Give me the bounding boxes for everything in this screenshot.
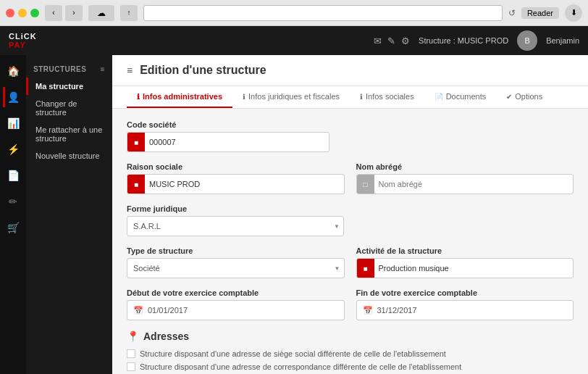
activite-input-wrapper: ■ (356, 258, 574, 278)
close-button[interactable] (6, 9, 14, 17)
sidebar-item-me-rattacher[interactable]: Me rattacher à une structure (26, 121, 112, 147)
sidebar-item-nouvelle-structure[interactable]: Nouvelle structure (26, 147, 112, 165)
fin-exercice-label: Fin de votre exercice comptable (356, 288, 574, 297)
maximize-button[interactable] (30, 9, 39, 17)
header-right: ✉ ✎ ⚙ Structure : MUSIC PROD B Benjamin (374, 30, 579, 51)
user-name: Benjamin (546, 36, 579, 45)
raison-sociale-group: Raison sociale ■ (127, 162, 345, 194)
section-label: STRUCTURES (33, 65, 86, 73)
back-button[interactable]: ‹ (45, 5, 62, 21)
tab-infos-juridiques[interactable]: ℹ Infos juridiques et fiscales (232, 86, 350, 108)
tab-sociale-label: Infos sociales (366, 92, 414, 101)
nav-buttons: ‹ › (45, 5, 83, 21)
logo-click: CLiCK (9, 32, 37, 41)
checkbox-siege-social[interactable] (127, 349, 135, 358)
mail-icon[interactable]: ✉ (374, 36, 382, 46)
exercice-row: Début de votre exercice comptable 📅 01/0… (127, 288, 574, 320)
code-societe-icon: ■ (127, 133, 145, 151)
tab-admin-icon: ℹ (137, 93, 140, 101)
type-structure-group: Type de structure Société ▼ (127, 246, 345, 278)
activite-input[interactable] (374, 264, 574, 273)
header-icons: ✉ ✎ ⚙ (374, 36, 410, 46)
sidebar-nav-charts[interactable]: 📊 (3, 113, 23, 133)
type-structure-select[interactable]: Société (127, 258, 345, 278)
tab-options-label: Options (515, 92, 542, 101)
sidebar-nav-cart[interactable]: 🛒 (3, 217, 23, 238)
share-button[interactable]: ↑ (120, 5, 138, 21)
sidebar: 🏠 👤 📊 ⚡ 📄 ✏ 🛒 STRUCTURES ≡ Ma structure … (0, 55, 112, 374)
tab-docs-icon: 📄 (434, 93, 443, 101)
address-header: 📍 Adresses (127, 331, 574, 342)
form-content: Code société ■ Raison sociale ■ (112, 109, 588, 374)
activite-group: Activité de la structure ■ (356, 246, 574, 278)
user-avatar[interactable]: B (517, 30, 537, 51)
content-area: ≡ Edition d'une structure ℹ Infos admini… (112, 55, 588, 374)
type-structure-select-wrapper: Société ▼ (127, 258, 345, 278)
edit-icon[interactable]: ✎ (387, 36, 395, 46)
tab-docs-label: Documents (446, 92, 487, 101)
tab-infos-sociales[interactable]: ℹ Infos sociales (350, 86, 424, 108)
sidebar-content: 🏠 👤 📊 ⚡ 📄 ✏ 🛒 STRUCTURES ≡ Ma structure … (0, 55, 112, 374)
nom-abrege-icon: □ (357, 175, 374, 194)
raison-nom-row: Raison sociale ■ Nom abrégé □ (127, 162, 574, 194)
code-societe-input[interactable] (145, 138, 329, 146)
structure-label: Structure : MUSIC PROD (419, 36, 508, 45)
tab-infos-admin[interactable]: ℹ Infos administratives (127, 86, 232, 108)
browser-chrome: ‹ › ☁ ↑ ↺ Reader ⬇ (0, 0, 588, 26)
cloud-button[interactable]: ☁ (88, 5, 114, 21)
sidebar-nav-docs[interactable]: 📄 (3, 165, 23, 186)
fin-exercice-value: 31/12/2017 (377, 306, 417, 315)
raison-sociale-label: Raison sociale (127, 162, 345, 171)
activite-label: Activité de la structure (356, 246, 574, 255)
settings-icon[interactable]: ⚙ (401, 36, 410, 46)
sidebar-nav-edit[interactable]: ✏ (3, 191, 23, 212)
raison-sociale-icon: ■ (127, 175, 145, 194)
minimize-button[interactable] (18, 9, 27, 17)
app-logo: CLiCK PAY (9, 32, 37, 49)
menu-icon[interactable]: ≡ (101, 65, 105, 73)
code-societe-input-wrapper: ■ (127, 132, 329, 152)
sidebar-item-changer-structure[interactable]: Changer de structure (26, 95, 112, 121)
nom-abrege-label: Nom abrégé (356, 162, 574, 171)
checkbox-correspondance[interactable] (127, 362, 135, 371)
fin-calendar-icon: 📅 (363, 306, 373, 315)
hamburger-icon[interactable]: ≡ (127, 65, 133, 76)
tabs-bar: ℹ Infos administratives ℹ Infos juridiqu… (112, 86, 588, 109)
debut-calendar-icon: 📅 (133, 306, 143, 315)
fin-exercice-group: Fin de votre exercice comptable 📅 31/12/… (356, 288, 574, 320)
page-header: ≡ Edition d'une structure (112, 55, 588, 86)
address-checkbox-row-1: Structure disposant d'une adresse de siè… (127, 349, 574, 358)
forme-juridique-select[interactable]: S.A.R.L (127, 216, 344, 236)
traffic-lights (6, 9, 39, 17)
sidebar-nav-home[interactable]: 🏠 (3, 61, 23, 81)
reload-button[interactable]: ↺ (508, 8, 516, 18)
tab-options[interactable]: ✔ Options (496, 86, 553, 108)
debut-exercice-group: Début de votre exercice comptable 📅 01/0… (127, 288, 345, 320)
debut-exercice-value: 01/01/2017 (148, 306, 188, 315)
forme-juridique-label: Forme juridique (127, 204, 344, 213)
nom-abrege-input[interactable] (374, 180, 574, 188)
tab-juridique-icon: ℹ (243, 93, 245, 101)
sidebar-nav-users[interactable]: 👤 (3, 87, 23, 107)
tab-options-icon: ✔ (506, 93, 512, 101)
sidebar-section-header: STRUCTURES ≡ (26, 61, 112, 78)
tab-admin-label: Infos administratives (143, 92, 222, 101)
sidebar-item-ma-structure[interactable]: Ma structure (26, 78, 112, 95)
sidebar-menu: STRUCTURES ≡ Ma structure Changer de str… (26, 55, 112, 374)
nom-abrege-input-wrapper: □ (356, 174, 574, 194)
fin-exercice-input-wrapper[interactable]: 📅 31/12/2017 (356, 300, 574, 320)
downloads-button[interactable]: ⬇ (565, 4, 582, 22)
forward-button[interactable]: › (65, 5, 83, 21)
debut-exercice-input-wrapper[interactable]: 📅 01/01/2017 (127, 300, 345, 320)
main-layout: 🏠 👤 📊 ⚡ 📄 ✏ 🛒 STRUCTURES ≡ Ma structure … (0, 55, 588, 374)
forme-juridique-group: Forme juridique S.A.R.L ▼ (127, 204, 344, 236)
activite-icon: ■ (357, 259, 374, 278)
addresses-section: 📍 Adresses Structure disposant d'une adr… (127, 331, 574, 374)
sidebar-nav-lightning[interactable]: ⚡ (3, 139, 23, 159)
tab-documents[interactable]: 📄 Documents (424, 86, 497, 108)
code-societe-row: Code société ■ (127, 120, 574, 152)
raison-sociale-input[interactable] (145, 180, 344, 188)
address-bar[interactable] (143, 5, 503, 21)
sidebar-nav-icons: 🏠 👤 📊 ⚡ 📄 ✏ 🛒 (0, 55, 26, 374)
reader-button[interactable]: Reader (521, 7, 559, 19)
